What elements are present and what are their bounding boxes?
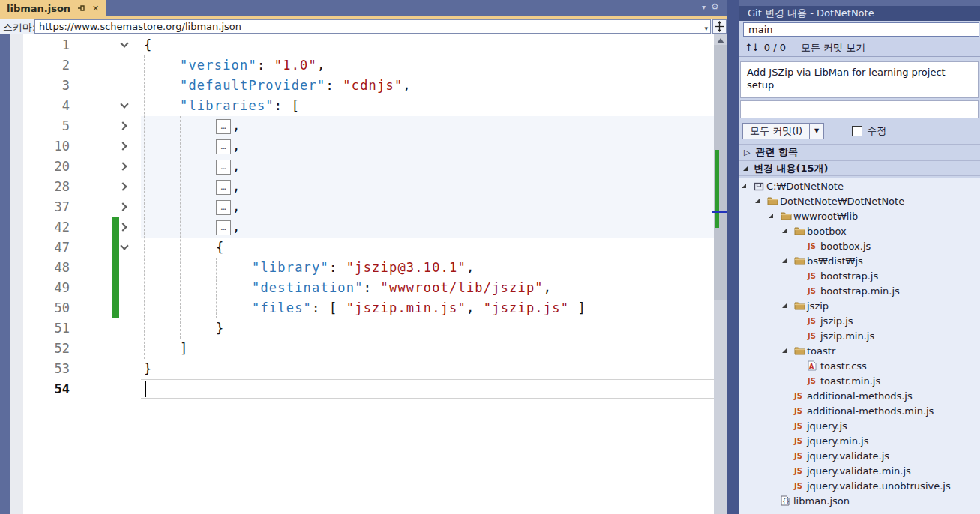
fold-collapse-icon[interactable] bbox=[120, 39, 128, 47]
code-line[interactable]: 28…, bbox=[0, 177, 714, 197]
chevron-down-icon[interactable]: ▾ bbox=[704, 22, 708, 35]
tree-item[interactable]: JSjquery.min.js bbox=[739, 433, 980, 448]
tree-item[interactable]: C:₩DotNetNote bbox=[739, 178, 980, 193]
code-line[interactable]: 1{ bbox=[0, 35, 714, 55]
tree-item-label: toastr.css bbox=[820, 360, 867, 372]
tree-item[interactable]: JSbootstrap.min.js bbox=[739, 283, 980, 298]
code-line[interactable]: 49"destination": "wwwroot/lib/jszip", bbox=[0, 278, 714, 298]
tree-item[interactable]: JSbootstrap.js bbox=[739, 268, 980, 283]
tree-item-label: wwwroot₩lib bbox=[793, 211, 858, 222]
triangle-expanded-icon[interactable] bbox=[743, 166, 748, 171]
tab-libman-json[interactable]: libman.json ✕ bbox=[0, 0, 106, 16]
triangle-expanded-icon[interactable] bbox=[782, 229, 794, 233]
triangle-expanded-icon[interactable] bbox=[742, 184, 754, 188]
code-line[interactable]: 5…, bbox=[0, 116, 714, 136]
fold-expand-icon[interactable] bbox=[118, 182, 127, 190]
amend-checkbox[interactable] bbox=[852, 126, 862, 136]
code-line[interactable]: 20…, bbox=[0, 157, 714, 177]
code-line[interactable]: 10…, bbox=[0, 136, 714, 157]
code-line[interactable]: 52] bbox=[0, 339, 714, 359]
tree-item[interactable]: toastr bbox=[739, 343, 980, 358]
code-text: "version": "1.0", bbox=[141, 55, 325, 76]
tree-item[interactable]: DotNetNote₩DotNetNote bbox=[739, 193, 980, 208]
tree-item[interactable]: JSbootbox.js bbox=[739, 238, 980, 253]
code-line[interactable]: 51} bbox=[0, 318, 714, 339]
document-list-dropdown-icon[interactable]: ▾ bbox=[702, 1, 706, 12]
tree-item-label: bootstrap.min.js bbox=[820, 285, 900, 297]
scrollbar-up-arrow-icon[interactable] bbox=[717, 38, 724, 43]
code-line[interactable]: 50"files": [ "jszip.min.js", "jszip.js" … bbox=[0, 298, 714, 318]
triangle-expanded-icon[interactable] bbox=[782, 303, 794, 308]
triangle-expanded-icon[interactable] bbox=[782, 258, 794, 263]
commit-all-dropdown-icon[interactable]: ▼ bbox=[810, 123, 824, 139]
collapsed-region-box[interactable]: … bbox=[216, 160, 231, 175]
code-line[interactable]: 3"defaultProvider": "cdnjs", bbox=[0, 76, 714, 96]
section-changes[interactable]: 변경 내용(15개) bbox=[739, 160, 980, 176]
svg-text:A: A bbox=[809, 363, 814, 370]
code-editor[interactable]: 1{2"version": "1.0",3"defaultProvider": … bbox=[0, 34, 727, 514]
pin-icon[interactable] bbox=[77, 4, 86, 13]
code-line[interactable]: 47{ bbox=[0, 238, 714, 258]
collapsed-region-box[interactable]: … bbox=[216, 200, 231, 215]
code-line[interactable]: 2"version": "1.0", bbox=[0, 55, 714, 76]
fold-expand-icon[interactable] bbox=[118, 202, 127, 211]
code-line[interactable]: 42…, bbox=[0, 217, 714, 238]
section-related-items[interactable]: ▷ 관련 항목 bbox=[739, 144, 980, 160]
code-text: …, bbox=[141, 217, 241, 238]
chevron-right-icon[interactable]: ▷ bbox=[744, 148, 750, 157]
tree-item[interactable]: JSjszip.js bbox=[739, 313, 980, 328]
tree-item[interactable]: {}libman.json bbox=[739, 493, 980, 508]
fold-expand-icon[interactable] bbox=[118, 162, 127, 170]
split-window-button[interactable] bbox=[712, 19, 727, 34]
code-text: "libraries": [ bbox=[141, 96, 300, 116]
collapsed-region-box[interactable]: … bbox=[216, 180, 231, 195]
close-icon[interactable]: ✕ bbox=[92, 4, 99, 13]
commit-description-input[interactable] bbox=[740, 100, 979, 118]
tree-item[interactable]: JSjquery.js bbox=[739, 418, 980, 433]
tree-item[interactable]: JSjquery.validate.min.js bbox=[739, 463, 980, 478]
collapsed-region-box[interactable]: … bbox=[216, 220, 231, 235]
tree-item[interactable]: JSjquery.validate.unobtrusive.js bbox=[739, 478, 980, 493]
tree-item[interactable]: JSadditional-methods.min.js bbox=[739, 403, 980, 418]
editor-scrollbar[interactable] bbox=[714, 34, 727, 514]
tree-item[interactable]: jszip bbox=[739, 298, 980, 313]
commit-all-button[interactable]: 모두 커밋(I) bbox=[742, 123, 810, 139]
code-line[interactable]: 4"libraries": [ bbox=[0, 96, 714, 116]
collapsed-region-box[interactable]: … bbox=[216, 139, 231, 154]
amend-checkbox-group[interactable]: 수정 bbox=[852, 124, 886, 138]
tree-item-label: bs₩dist₩js bbox=[807, 256, 863, 267]
tree-item[interactable]: wwwroot₩lib bbox=[739, 208, 980, 223]
code-line[interactable]: 53} bbox=[0, 359, 714, 379]
gear-icon[interactable]: ⚙ bbox=[711, 1, 719, 12]
tree-item[interactable]: JStoastr.min.js bbox=[739, 373, 980, 388]
js-icon: JS bbox=[794, 422, 807, 430]
tree-item[interactable]: bootbox bbox=[739, 223, 980, 238]
branch-selector[interactable]: main bbox=[743, 22, 979, 37]
view-all-commits-link[interactable]: 모든 커밋 보기 bbox=[801, 41, 865, 55]
tree-item[interactable]: JSjszip.min.js bbox=[739, 328, 980, 343]
tree-item[interactable]: JSjquery.validate.js bbox=[739, 448, 980, 463]
panel-divider[interactable] bbox=[727, 0, 739, 514]
schema-url-combobox[interactable]: https://www.schemastore.org/libman.json … bbox=[34, 19, 711, 34]
commit-message-input[interactable]: Add JSZip via LibMan for learning projec… bbox=[740, 61, 979, 98]
triangle-expanded-icon[interactable] bbox=[755, 199, 767, 203]
section-changes-label: 변경 내용(15개) bbox=[754, 162, 829, 175]
fold-expand-icon[interactable] bbox=[118, 223, 127, 231]
push-pull-icon[interactable]: ↑↓ bbox=[745, 42, 758, 53]
fold-expand-icon[interactable] bbox=[118, 142, 127, 150]
tree-item[interactable]: JSadditional-methods.js bbox=[739, 388, 980, 403]
vs-window: libman.json ✕ ▾ ⚙ 스키마: https://www.schem… bbox=[0, 0, 980, 514]
line-number: 42 bbox=[10, 217, 70, 238]
code-line[interactable]: 37…, bbox=[0, 197, 714, 217]
triangle-expanded-icon[interactable] bbox=[782, 348, 794, 353]
current-line-highlight bbox=[141, 379, 714, 399]
git-panel-title[interactable]: Git 변경 내용 - DotNetNote bbox=[739, 6, 980, 21]
code-line[interactable]: 48"library": "jszip@3.10.1", bbox=[0, 258, 714, 278]
triangle-expanded-icon[interactable] bbox=[769, 214, 781, 218]
fold-collapse-icon[interactable] bbox=[120, 241, 128, 250]
tree-item[interactable]: bs₩dist₩js bbox=[739, 253, 980, 268]
tree-item[interactable]: Atoastr.css bbox=[739, 358, 980, 373]
fold-collapse-icon[interactable] bbox=[120, 100, 128, 108]
fold-expand-icon[interactable] bbox=[118, 121, 127, 130]
collapsed-region-box[interactable]: … bbox=[216, 119, 231, 134]
